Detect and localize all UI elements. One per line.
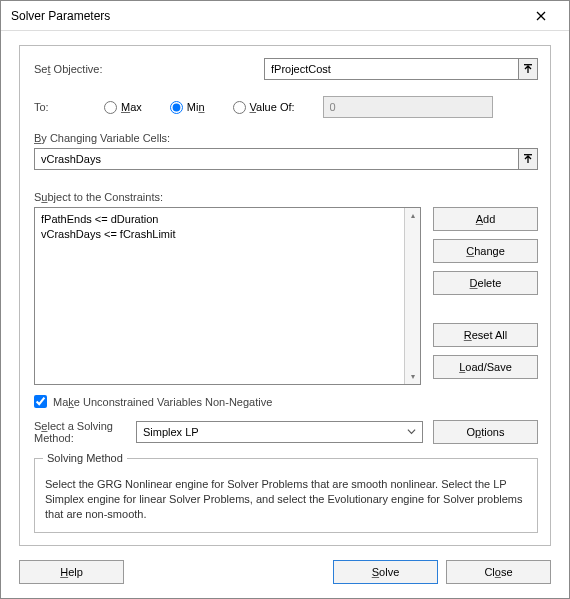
titlebar: Solver Parameters xyxy=(1,1,569,31)
scroll-up-icon[interactable]: ▴ xyxy=(405,208,420,223)
list-item[interactable]: fPathEnds <= dDuration xyxy=(41,212,398,227)
list-item[interactable]: vCrashDays <= fCrashLimit xyxy=(41,227,398,242)
method-value: Simplex LP xyxy=(143,426,199,438)
solve-button[interactable]: Solve xyxy=(333,560,438,584)
delete-button[interactable]: Delete xyxy=(433,271,538,295)
close-button[interactable]: Close xyxy=(446,560,551,584)
main-group: Set Objective: To: Max Min xyxy=(19,45,551,546)
constraints-list[interactable]: fPathEnds <= dDuration vCrashDays <= fCr… xyxy=(34,207,421,385)
load-save-button[interactable]: Load/Save xyxy=(433,355,538,379)
method-select[interactable]: Simplex LP xyxy=(136,421,423,443)
window-title: Solver Parameters xyxy=(11,9,521,23)
objective-label: Set Objective: xyxy=(34,63,264,75)
constraints-label: Subject to the Constraints: xyxy=(34,191,538,203)
nonneg-label: Make Unconstrained Variables Non-Negativ… xyxy=(53,396,272,408)
objective-input[interactable] xyxy=(264,58,518,80)
options-button[interactable]: Options xyxy=(433,420,538,444)
method-label: Select a Solving Method: xyxy=(34,420,126,444)
to-label: To: xyxy=(34,101,76,113)
changing-label: By Changing Variable Cells: xyxy=(34,132,538,144)
help-button[interactable]: Help xyxy=(19,560,124,584)
change-button[interactable]: Change xyxy=(433,239,538,263)
chevron-down-icon xyxy=(407,426,416,438)
radio-valueof[interactable]: Value Of: xyxy=(233,101,295,114)
solver-parameters-window: Solver Parameters Set Objective: To: xyxy=(0,0,570,599)
ref-picker-icon[interactable] xyxy=(518,148,538,170)
changing-input[interactable] xyxy=(34,148,518,170)
reset-all-button[interactable]: Reset All xyxy=(433,323,538,347)
dialog-content: Set Objective: To: Max Min xyxy=(1,31,569,598)
valueof-input xyxy=(323,96,493,118)
solving-method-group: Solving Method Select the GRG Nonlinear … xyxy=(34,458,538,533)
add-button[interactable]: Add xyxy=(433,207,538,231)
radio-max[interactable]: Max xyxy=(104,101,142,114)
radio-min[interactable]: Min xyxy=(170,101,205,114)
solving-method-desc: Select the GRG Nonlinear engine for Solv… xyxy=(45,477,527,522)
solving-method-legend: Solving Method xyxy=(43,451,127,466)
close-icon[interactable] xyxy=(521,2,561,30)
ref-picker-icon[interactable] xyxy=(518,58,538,80)
nonneg-checkbox[interactable] xyxy=(34,395,47,408)
scrollbar[interactable]: ▴ ▾ xyxy=(404,208,420,384)
scroll-down-icon[interactable]: ▾ xyxy=(405,369,420,384)
